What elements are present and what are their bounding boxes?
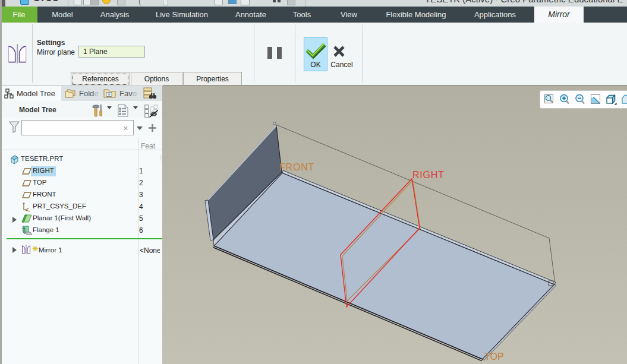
svg-text:FRONT: FRONT — [279, 162, 314, 172]
svg-text:RIGHT: RIGHT — [412, 170, 445, 180]
svg-text:TOP: TOP — [484, 352, 504, 362]
svg-text:✳: ✳ — [107, 92, 111, 97]
